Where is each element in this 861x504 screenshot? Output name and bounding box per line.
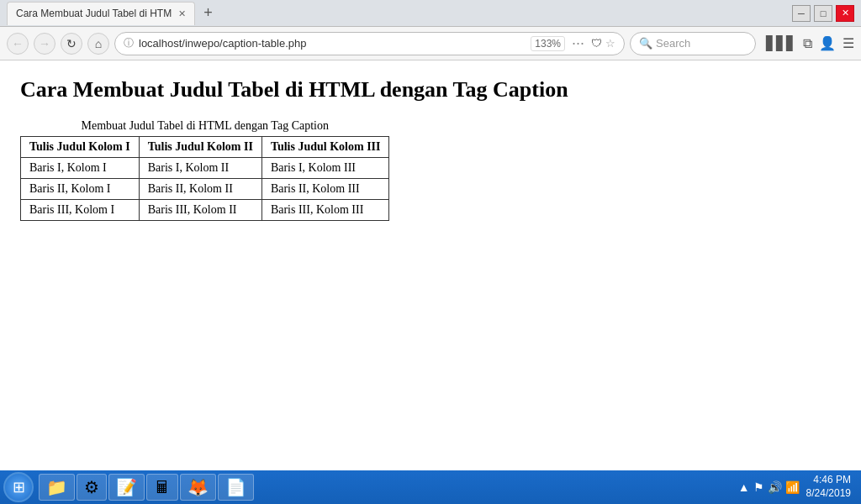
forward-button[interactable]: →: [34, 33, 55, 55]
xampp-icon: ⚙: [84, 477, 99, 497]
menu-icon[interactable]: ☰: [843, 35, 854, 51]
taskbar-xampp[interactable]: ⚙: [77, 474, 107, 501]
page-title: Cara Membuat Judul Tabel di HTML dengan …: [20, 77, 841, 102]
table-row: Baris I, Kolom I Baris I, Kolom II Baris…: [21, 158, 389, 179]
nav-bar: ← → ↻ ⌂ ⓘ localhost/inwepo/caption-table…: [0, 27, 861, 60]
shield-icon: 🛡: [591, 37, 602, 50]
col-header-3: Tulis Judul Kolom III: [261, 137, 389, 158]
browser-tab[interactable]: Cara Membuat Judul Tabel di HTM ✕: [7, 2, 195, 25]
cell-r1c2: Baris I, Kolom II: [139, 158, 261, 179]
search-placeholder: Search: [656, 37, 690, 50]
cell-r3c2: Baris III, Kolom II: [139, 200, 261, 221]
address-bar[interactable]: ⓘ localhost/inwepo/caption-table.php 133…: [114, 32, 625, 55]
cell-r2c2: Baris II, Kolom II: [139, 179, 261, 200]
ellipsis-icon[interactable]: ···: [572, 34, 584, 52]
taskbar-notepad[interactable]: 📝: [108, 474, 145, 501]
table-row: Baris III, Kolom I Baris III, Kolom II B…: [21, 200, 389, 221]
flag-icon: ⚑: [753, 480, 764, 494]
tab-label: Cara Membuat Judul Tabel di HTM: [16, 8, 172, 19]
maximize-button[interactable]: □: [814, 5, 832, 22]
time-display: 4:46 PM: [806, 474, 851, 487]
title-bar: Cara Membuat Judul Tabel di HTM ✕ + ─ □ …: [0, 0, 861, 27]
taskbar-calc[interactable]: 🖩: [146, 474, 178, 501]
start-button[interactable]: ⊞: [3, 472, 34, 502]
col-header-2: Tulis Judul Kolom II: [139, 137, 261, 158]
system-icons: ▲ ⚑ 🔊 📶: [738, 480, 800, 494]
home-button[interactable]: ⌂: [87, 33, 109, 55]
cell-r2c3: Baris II, Kolom III: [261, 179, 389, 200]
nav-right-icons: ▋▋▋ ⧉ 👤 ☰: [766, 35, 854, 51]
explorer-icon: 📁: [46, 477, 67, 497]
calc-icon: 🖩: [154, 478, 171, 497]
cell-r2c1: Baris II, Kolom I: [21, 179, 140, 200]
data-table: Membuat Judul Tabel di HTML dengan Tag C…: [20, 119, 389, 221]
date-display: 8/24/2019: [806, 487, 851, 501]
word-icon: 📄: [225, 477, 246, 497]
notepad-icon: 📝: [116, 477, 137, 497]
tabs-icon[interactable]: ⧉: [803, 36, 812, 51]
cell-r3c1: Baris III, Kolom I: [21, 200, 140, 221]
table-header-row: Tulis Judul Kolom I Tulis Judul Kolom II…: [21, 137, 389, 158]
sidebar-icon[interactable]: ▋▋▋: [766, 35, 796, 51]
star-icon[interactable]: ☆: [605, 37, 615, 50]
table-row: Baris II, Kolom I Baris II, Kolom II Bar…: [21, 179, 389, 200]
minimize-button[interactable]: ─: [792, 5, 811, 22]
cell-r1c1: Baris I, Kolom I: [21, 158, 140, 179]
arrow-up-icon: ▲: [738, 480, 750, 494]
cell-r1c3: Baris I, Kolom III: [261, 158, 389, 179]
refresh-button[interactable]: ↻: [61, 33, 82, 55]
search-icon: 🔍: [639, 37, 652, 50]
taskbar-word[interactable]: 📄: [218, 474, 254, 501]
taskbar-explorer[interactable]: 📁: [39, 474, 75, 501]
network-icon: 📶: [785, 480, 800, 494]
new-tab-button[interactable]: +: [198, 4, 218, 22]
taskbar-firefox[interactable]: 🦊: [180, 474, 216, 501]
taskbar-right: ▲ ⚑ 🔊 📶 4:46 PM 8/24/2019: [738, 474, 858, 500]
table-caption: Membuat Judul Tabel di HTML dengan Tag C…: [20, 119, 389, 133]
page-content: Cara Membuat Judul Tabel di HTML dengan …: [0, 60, 861, 470]
lock-icon: ⓘ: [124, 36, 134, 50]
speaker-icon: 🔊: [768, 480, 782, 494]
taskbar: ⊞ 📁 ⚙ 📝 🖩 🦊 📄 ▲ ⚑ 🔊 📶 4:46 PM 8/24/2019: [0, 470, 861, 504]
zoom-level: 133%: [531, 36, 565, 51]
firefox-icon: 🦊: [188, 477, 209, 497]
close-button[interactable]: ✕: [836, 5, 854, 22]
col-header-1: Tulis Judul Kolom I: [21, 137, 140, 158]
window-controls: ─ □ ✕: [792, 5, 854, 22]
back-button[interactable]: ←: [7, 33, 29, 55]
clock: 4:46 PM 8/24/2019: [806, 474, 851, 500]
search-box[interactable]: 🔍 Search: [630, 32, 756, 55]
profile-icon[interactable]: 👤: [819, 35, 836, 51]
url-text: localhost/inwepo/caption-table.php: [139, 37, 524, 50]
cell-r3c3: Baris III, Kolom III: [261, 200, 389, 221]
tab-close-button[interactable]: ✕: [178, 8, 186, 19]
